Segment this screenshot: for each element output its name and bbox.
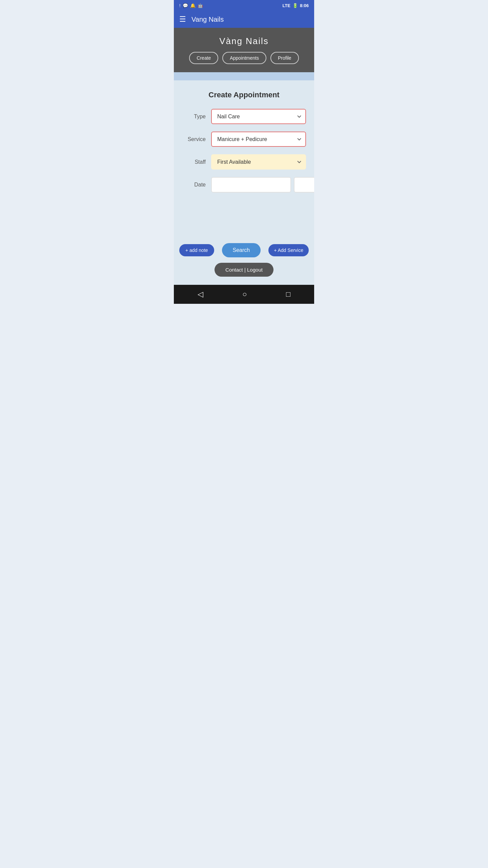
notification-icon: 🔔 [190,3,196,8]
create-button[interactable]: Create [189,52,218,64]
date-row: Date [182,177,306,193]
hamburger-menu-icon[interactable]: ☰ [179,15,186,24]
message-icon: 💬 [183,3,188,8]
staff-select[interactable]: First Available Staff 1 Staff 2 [211,154,306,170]
add-note-button[interactable]: + add note [179,244,214,256]
profile-button[interactable]: Profile [270,52,299,64]
search-button[interactable]: Search [222,243,261,257]
android-icon: 🤖 [198,3,203,8]
staff-row: Staff First Available Staff 1 Staff 2 [182,154,306,170]
footer-separator: | [244,267,247,273]
type-select[interactable]: Nail Care Hair Care Facial [211,109,306,124]
salon-name: Vàng Nails [219,36,269,46]
contact-link[interactable]: Contact [225,267,243,273]
add-service-button[interactable]: + Add Service [268,244,309,256]
service-select[interactable]: Manicure + Pedicure Manicure Pedicure [211,132,306,147]
nav-buttons: Create Appointments Profile [189,52,299,64]
app-title: Vang Nails [191,16,224,23]
time-input[interactable] [294,177,314,193]
type-label: Type [182,114,206,120]
logout-link[interactable]: Logout [247,267,263,273]
back-button[interactable]: ◁ [198,290,203,299]
battery-icon: 🔋 [292,3,298,8]
date-label: Date [182,182,206,188]
type-row: Type Nail Care Hair Care Facial [182,109,306,124]
network-icon: LTE [282,3,290,8]
separator [174,72,314,80]
nav-bar: ◁ ○ □ [174,285,314,304]
date-input[interactable] [211,177,291,193]
service-label: Service [182,136,206,142]
status-right: LTE 🔋 8:06 [282,3,309,8]
footer: Contact | Logout [174,263,314,285]
main-content: Create Appointment Type Nail Care Hair C… [174,80,314,236]
status-left: ! 💬 🔔 🤖 [179,3,203,8]
home-button[interactable]: ○ [242,290,247,299]
time-display: 8:06 [300,3,309,8]
page-title: Create Appointment [182,91,306,99]
recent-apps-button[interactable]: □ [286,290,290,299]
staff-label: Staff [182,159,206,165]
status-bar: ! 💬 🔔 🤖 LTE 🔋 8:06 [174,0,314,11]
notification-dot: ! [179,3,181,8]
appointments-button[interactable]: Appointments [222,52,266,64]
action-area: + add note Search + Add Service [174,236,314,263]
header-section: Vàng Nails Create Appointments Profile [174,28,314,72]
service-row: Service Manicure + Pedicure Manicure Ped… [182,132,306,147]
app-bar: ☰ Vang Nails [174,11,314,28]
footer-links: Contact | Logout [215,263,273,277]
form-container: Type Nail Care Hair Care Facial Service … [182,109,306,193]
